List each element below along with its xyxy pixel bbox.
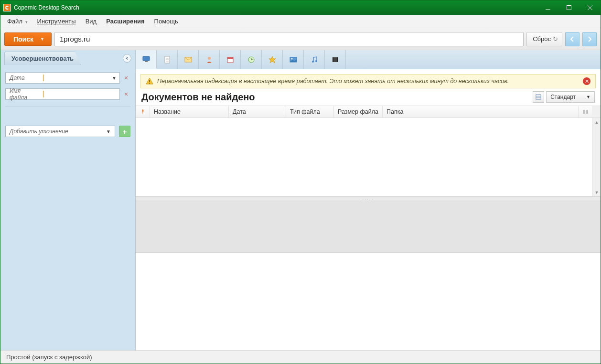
- category-documents[interactable]: [157, 50, 178, 69]
- svg-point-19: [291, 58, 292, 59]
- splitter[interactable]: ·····: [136, 196, 601, 201]
- category-tabs: [136, 50, 601, 69]
- category-all[interactable]: [136, 50, 157, 69]
- svg-point-11: [208, 57, 211, 60]
- refine-filename-field[interactable]: Имя файла: [5, 88, 120, 100]
- sidebar-collapse-button[interactable]: [123, 54, 131, 63]
- svg-rect-13: [227, 57, 233, 59]
- nav-back-button[interactable]: [565, 32, 580, 46]
- column-filetype[interactable]: Тип файла: [286, 106, 334, 118]
- svg-rect-1: [567, 6, 571, 10]
- alert-text: Первоначальная индексация в настоящее вр…: [157, 78, 509, 85]
- scrollbar[interactable]: ▲ ▼: [592, 118, 601, 196]
- refine-header: Усовершенствовать: [0, 50, 135, 66]
- scroll-up-icon[interactable]: ▲: [593, 118, 601, 126]
- warning-icon: [146, 77, 153, 85]
- refine-date-field[interactable]: Дата ▼: [5, 72, 120, 84]
- titlebar: Copernic Desktop Search: [0, 0, 601, 15]
- category-favorites[interactable]: [262, 50, 283, 69]
- document-icon: [163, 56, 171, 64]
- menubar: Файл ▾ Инструменты Вид Расширения Помощь: [0, 15, 601, 28]
- category-mail[interactable]: [178, 50, 199, 69]
- refine-tab[interactable]: Усовершенствовать: [4, 52, 81, 65]
- preview-body-panel: [136, 253, 601, 350]
- menu-tools[interactable]: Инструменты: [32, 16, 81, 27]
- results-body: ▲ ▼: [136, 118, 601, 196]
- column-relevance[interactable]: [136, 106, 150, 118]
- add-refinement-button[interactable]: +: [119, 126, 130, 137]
- minimize-button[interactable]: [537, 0, 558, 15]
- category-history[interactable]: [241, 50, 262, 69]
- person-icon: [205, 56, 213, 64]
- search-button-label: Поиск: [13, 35, 33, 43]
- grid-icon: [536, 94, 541, 100]
- flame-icon: [140, 109, 145, 115]
- category-pictures[interactable]: [283, 50, 304, 69]
- svg-rect-23: [333, 57, 333, 62]
- refine-date-row: Дата ▼ ×: [5, 72, 130, 84]
- refine-filename-row: Имя файла ×: [5, 88, 130, 100]
- refresh-icon: ↻: [553, 35, 558, 43]
- column-date[interactable]: Дата: [229, 106, 286, 118]
- column-name[interactable]: Название: [150, 106, 229, 118]
- chevron-down-icon: ▼: [40, 37, 44, 42]
- results-columns: Название Дата Тип файла Размер файла Пап…: [136, 106, 601, 118]
- svg-point-27: [149, 83, 150, 84]
- menu-view[interactable]: Вид: [81, 16, 102, 27]
- refine-date-remove[interactable]: ×: [122, 74, 130, 82]
- scroll-down-icon[interactable]: ▼: [593, 188, 601, 196]
- clock-icon: [247, 56, 255, 64]
- star-icon: [268, 56, 276, 64]
- category-video[interactable]: [325, 50, 346, 69]
- window-controls: [537, 0, 601, 15]
- svg-point-21: [315, 60, 317, 62]
- view-grid-button[interactable]: [533, 91, 544, 103]
- status-text: Простой (запуск с задержкой): [6, 353, 92, 361]
- chevron-down-icon: ▼: [112, 75, 117, 81]
- mail-icon: [184, 56, 192, 64]
- refine-filename-remove[interactable]: ×: [122, 90, 130, 98]
- preview-header-panel: [136, 201, 601, 253]
- add-refinement-select[interactable]: Добавить уточнение ▼: [5, 126, 115, 137]
- menu-help[interactable]: Помощь: [150, 16, 183, 27]
- alert-close-button[interactable]: ✕: [583, 77, 590, 85]
- svg-rect-4: [143, 56, 150, 61]
- film-icon: [332, 56, 339, 64]
- app-icon: [3, 4, 11, 11]
- category-calendar[interactable]: [220, 50, 241, 69]
- app-window: Copernic Desktop Search Файл ▾ Инструмен…: [0, 0, 601, 364]
- nav-forward-button[interactable]: [582, 32, 597, 46]
- scrollbar-header: [592, 106, 601, 118]
- column-folder[interactable]: Папка: [383, 106, 579, 118]
- category-music[interactable]: [304, 50, 325, 69]
- menu-extensions[interactable]: Расширения: [101, 16, 149, 27]
- statusbar: Простой (запуск с задержкой): [0, 350, 601, 364]
- monitor-icon: [142, 55, 150, 63]
- view-mode-select[interactable]: Стандарт ▼: [546, 91, 595, 103]
- search-input[interactable]: [54, 32, 524, 46]
- add-refinement-row: Добавить уточнение ▼ +: [0, 126, 135, 142]
- column-options[interactable]: [579, 106, 592, 118]
- refine-spacer: [5, 107, 130, 120]
- refine-filename-label: Имя файла: [6, 87, 43, 101]
- search-toolbar: Поиск ▼ Сброс ↻: [0, 28, 601, 50]
- search-button[interactable]: Поиск ▼: [4, 32, 52, 46]
- window-title: Copernic Desktop Search: [14, 4, 537, 11]
- add-refinement-label: Добавить уточнение: [10, 128, 68, 135]
- close-button[interactable]: [580, 0, 601, 15]
- maximize-button[interactable]: [558, 0, 580, 15]
- svg-point-20: [312, 61, 314, 63]
- svg-rect-24: [337, 57, 338, 62]
- chevron-down-icon: ▼: [106, 129, 111, 134]
- results-header: Документов не найдено Стандарт ▼: [136, 88, 601, 106]
- reset-button[interactable]: Сброс ↻: [526, 32, 562, 46]
- view-mode-label: Стандарт: [550, 94, 576, 100]
- svg-rect-28: [536, 95, 541, 99]
- menu-file[interactable]: Файл ▾: [2, 16, 32, 27]
- results-title: Документов не найдено: [141, 92, 533, 103]
- indexing-alert: Первоначальная индексация в настоящее вр…: [140, 74, 596, 88]
- category-contacts[interactable]: [199, 50, 220, 69]
- menu-file-label: Файл: [7, 18, 22, 25]
- column-filesize[interactable]: Размер файла: [334, 106, 383, 118]
- svg-rect-5: [145, 61, 148, 62]
